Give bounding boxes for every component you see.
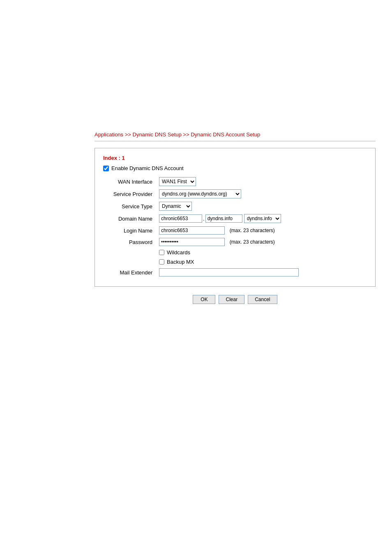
content-area: Applications >> Dynamic DNS Setup >> Dyn…	[95, 131, 376, 304]
domain-name-label: Domain Name	[103, 212, 157, 225]
clear-button[interactable]: Clear	[219, 295, 244, 304]
ok-button[interactable]: OK	[193, 295, 215, 304]
breadcrumb: Applications >> Dynamic DNS Setup >> Dyn…	[95, 131, 376, 138]
service-type-row: Service Type Dynamic Static Custom	[103, 200, 367, 212]
login-name-input[interactable]	[159, 226, 225, 235]
form-panel: Index : 1 Enable Dynamic DNS Account WAN…	[95, 148, 376, 287]
index-label: Index : 1	[103, 155, 367, 161]
password-label: Password	[103, 236, 157, 248]
service-provider-row: Service Provider dyndns.org (www.dyndns.…	[103, 188, 367, 200]
backup-mx-spacer	[103, 257, 157, 267]
wildcards-checkbox[interactable]	[159, 250, 164, 255]
backup-mx-row: Backup MX	[103, 257, 367, 267]
domain-name-value-cell: . dyndns.info dyndns.org dyndns.biz	[157, 212, 367, 225]
domain-part2-input[interactable]	[205, 214, 242, 223]
breadcrumb-divider	[95, 141, 376, 141]
password-row: Password (max. 23 characters)	[103, 236, 367, 248]
backup-mx-checkbox-row: Backup MX	[159, 259, 364, 265]
mail-extender-value-cell	[157, 267, 367, 278]
service-type-label: Service Type	[103, 200, 157, 212]
mail-extender-input[interactable]	[159, 268, 299, 276]
login-name-row: Login Name (max. 23 characters)	[103, 225, 367, 236]
enable-dynamic-dns-label: Enable Dynamic DNS Account	[111, 165, 184, 171]
wan-interface-select[interactable]: WAN1 First WAN2 First WAN1 Only WAN2 Onl…	[159, 177, 196, 186]
wildcards-checkbox-row: Wildcards	[159, 249, 364, 256]
wildcards-label: Wildcards	[167, 249, 190, 256]
button-row: OK Clear Cancel	[95, 295, 376, 304]
mail-extender-row: Mail Extender	[103, 267, 367, 278]
enable-row: Enable Dynamic DNS Account	[103, 165, 367, 171]
breadcrumb-sep2: >>	[182, 131, 191, 138]
service-type-select[interactable]: Dynamic Static Custom	[159, 202, 192, 211]
wan-interface-row: WAN Interface WAN1 First WAN2 First WAN1…	[103, 175, 367, 188]
domain-row: . dyndns.info dyndns.org dyndns.biz	[159, 214, 364, 223]
password-max-chars: (max. 23 characters)	[230, 239, 275, 245]
login-max-chars: (max. 23 characters)	[230, 228, 275, 233]
password-input[interactable]	[159, 238, 225, 246]
login-name-label: Login Name	[103, 225, 157, 236]
breadcrumb-sep1: >>	[123, 131, 132, 138]
service-provider-value-cell: dyndns.org (www.dyndns.org) no-ip.com 33…	[157, 188, 367, 200]
breadcrumb-part3: Dynamic DNS Account Setup	[191, 131, 260, 138]
enable-dynamic-dns-checkbox[interactable]	[103, 166, 109, 171]
page-container: Applications >> Dynamic DNS Setup >> Dyn…	[0, 131, 392, 555]
wildcards-row: Wildcards	[103, 248, 367, 257]
login-name-value-cell: (max. 23 characters)	[157, 225, 367, 236]
backup-mx-label: Backup MX	[167, 259, 194, 265]
backup-mx-value-cell: Backup MX	[157, 257, 367, 267]
cancel-button[interactable]: Cancel	[248, 295, 277, 304]
domain-part1-input[interactable]	[159, 214, 202, 223]
service-type-value-cell: Dynamic Static Custom	[157, 200, 367, 212]
wan-interface-label: WAN Interface	[103, 175, 157, 188]
service-provider-label: Service Provider	[103, 188, 157, 200]
mail-extender-label: Mail Extender	[103, 267, 157, 278]
domain-dot: .	[202, 216, 205, 222]
password-value-cell: (max. 23 characters)	[157, 236, 367, 248]
form-table: WAN Interface WAN1 First WAN2 First WAN1…	[103, 175, 367, 278]
domain-part3-select[interactable]: dyndns.info dyndns.org dyndns.biz	[244, 214, 281, 223]
wan-interface-value-cell: WAN1 First WAN2 First WAN1 Only WAN2 Onl…	[157, 175, 367, 188]
breadcrumb-part2: Dynamic DNS Setup	[133, 131, 182, 138]
domain-name-row: Domain Name . dyndns.info dyndns.org dyn…	[103, 212, 367, 225]
wildcards-spacer	[103, 248, 157, 257]
breadcrumb-part1: Applications	[95, 131, 123, 138]
service-provider-select[interactable]: dyndns.org (www.dyndns.org) no-ip.com 33…	[159, 189, 241, 198]
wildcards-value-cell: Wildcards	[157, 248, 367, 257]
backup-mx-checkbox[interactable]	[159, 259, 164, 265]
